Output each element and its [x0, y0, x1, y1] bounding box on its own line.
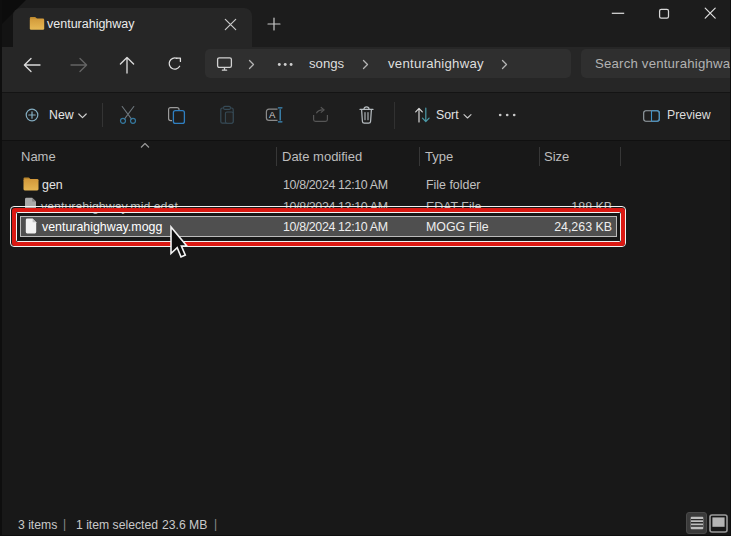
svg-text:A: A [269, 109, 276, 120]
